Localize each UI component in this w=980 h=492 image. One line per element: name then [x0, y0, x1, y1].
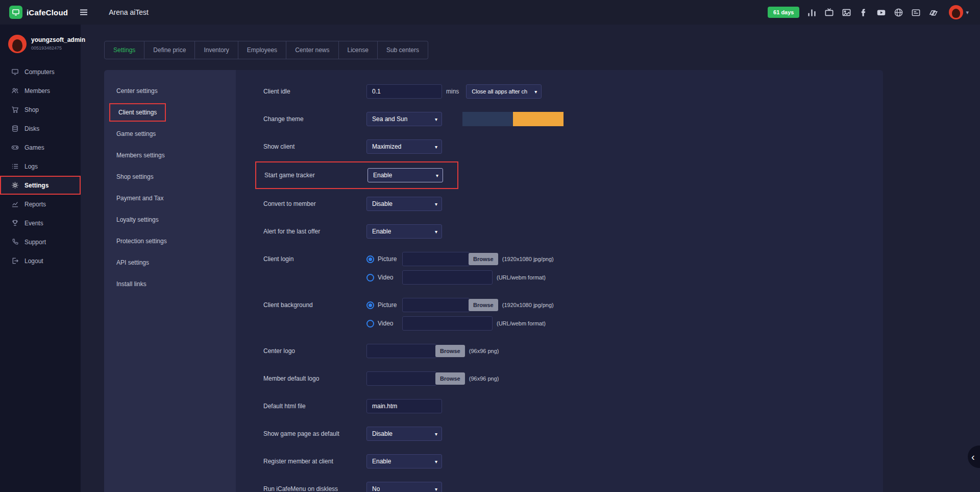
sidebar-item-reports[interactable]: Reports — [0, 195, 81, 214]
unit-label: mins — [446, 88, 459, 95]
client-background-video-input[interactable] — [402, 316, 493, 331]
sidebar-item-computers[interactable]: Computers — [0, 62, 81, 81]
run-icafemenu-select[interactable]: No ▾ — [366, 482, 442, 492]
client-background-picture-radio[interactable] — [366, 301, 374, 309]
avatar — [8, 35, 27, 53]
field-label: Default html file — [263, 403, 366, 410]
layers-icon[interactable] — [928, 8, 938, 17]
nav-install-links[interactable]: Install links — [104, 273, 236, 295]
default-html-file-input[interactable] — [366, 399, 442, 413]
client-background-picture-input[interactable] — [402, 298, 470, 312]
sidebar-item-logout[interactable]: Logout — [0, 251, 81, 270]
row-run-icafemenu: Run iCafeMenu on diskless No ▾ — [263, 482, 873, 492]
field-label: Convert to member — [263, 200, 366, 207]
center-logo-browse-button[interactable]: Browse — [435, 345, 465, 357]
user-avatar — [949, 5, 963, 19]
user-id: 005193482475 — [31, 45, 85, 51]
nav-payment-and-tax[interactable]: Payment and Tax — [104, 188, 236, 209]
hamburger-menu-icon[interactable] — [79, 8, 88, 17]
disks-icon — [11, 125, 19, 132]
tab-employees[interactable]: Employees — [238, 41, 286, 59]
row-client-idle: Client idle mins Close all apps after ch… — [263, 84, 873, 99]
gear-icon — [11, 181, 19, 189]
list-icon — [11, 162, 19, 170]
center-logo-input[interactable] — [366, 344, 436, 358]
main-content: Settings Define price Inventory Employee… — [81, 25, 980, 492]
client-idle-action-select[interactable]: Close all apps after ch ▾ — [466, 84, 542, 99]
tab-inventory[interactable]: Inventory — [195, 41, 238, 59]
tab-center-news[interactable]: Center news — [286, 41, 338, 59]
field-label: Client idle — [263, 88, 366, 95]
sidebar-item-support[interactable]: Support — [0, 232, 81, 251]
user-menu[interactable]: ▾ — [949, 5, 969, 19]
row-start-game-tracker-highlight: Start game tracker Enable ▾ — [255, 161, 458, 189]
sidebar-user: youngzsoft_admin 005193482475 — [0, 32, 81, 62]
sidebar-item-label: Support — [24, 239, 46, 246]
sidebar-item-events[interactable]: Events — [0, 214, 81, 232]
member-default-logo-input[interactable] — [366, 371, 436, 386]
client-login-video-radio[interactable] — [366, 274, 374, 282]
sidebar-item-settings[interactable]: Settings — [0, 176, 81, 195]
field-label: Show game page as default — [263, 430, 366, 437]
start-game-tracker-select[interactable]: Enable ▾ — [368, 168, 443, 182]
client-idle-input[interactable] — [366, 84, 442, 99]
client-background-video-radio[interactable] — [366, 320, 374, 327]
show-client-select[interactable]: Maximized ▾ — [366, 139, 442, 154]
alert-last-offer-select[interactable]: Enable ▾ — [366, 224, 442, 239]
nav-game-settings[interactable]: Game settings — [104, 123, 236, 145]
row-show-client: Show client Maximized ▾ — [263, 139, 873, 154]
monitor-icon — [11, 68, 19, 76]
nav-client-settings[interactable]: Client settings — [109, 103, 166, 122]
chevron-down-icon: ▾ — [435, 459, 437, 464]
license-card-icon[interactable] — [911, 8, 921, 17]
topbar: iCafeCloud Arena aiTest 61 days — [0, 0, 980, 25]
register-member-select[interactable]: Enable ▾ — [366, 454, 442, 468]
row-register-member: Register member at client Enable ▾ — [263, 454, 873, 468]
nav-api-settings[interactable]: API settings — [104, 252, 236, 273]
client-login-picture-browse-button[interactable]: Browse — [469, 253, 498, 265]
sidebar-item-label: Events — [24, 220, 43, 227]
tab-define-price[interactable]: Define price — [144, 41, 195, 59]
theme-preview — [462, 112, 564, 126]
license-days-badge[interactable]: 61 days — [768, 7, 799, 18]
field-label: Show client — [263, 143, 366, 150]
client-login-picture-radio[interactable] — [366, 255, 374, 263]
sidebar-item-logs[interactable]: Logs — [0, 157, 81, 176]
tab-settings[interactable]: Settings — [104, 41, 144, 59]
nav-loyalty-settings[interactable]: Loyalty settings — [104, 209, 236, 230]
chevron-left-icon: ‹ — [971, 451, 975, 463]
sidebar-item-members[interactable]: Members — [0, 81, 81, 100]
image-icon[interactable] — [842, 8, 851, 17]
theme-swatch-primary — [462, 112, 513, 126]
client-background-picture-browse-button[interactable]: Browse — [469, 299, 498, 311]
chevron-down-icon: ▾ — [435, 486, 437, 492]
nav-protection-settings[interactable]: Protection settings — [104, 230, 236, 252]
nav-shop-settings[interactable]: Shop settings — [104, 166, 236, 188]
client-settings-form: Client idle mins Close all apps after ch… — [236, 70, 883, 492]
change-theme-select[interactable]: Sea and Sun ▾ — [366, 112, 442, 126]
globe-icon[interactable] — [894, 8, 903, 17]
tab-license[interactable]: License — [339, 41, 378, 59]
tv-icon[interactable] — [824, 8, 834, 17]
nav-center-settings[interactable]: Center settings — [104, 80, 236, 102]
field-label: Client background — [263, 298, 366, 309]
sidebar-item-label: Computers — [24, 68, 55, 76]
tab-sub-centers[interactable]: Sub centers — [378, 41, 428, 59]
member-default-logo-browse-button[interactable]: Browse — [435, 372, 465, 385]
stats-icon[interactable] — [807, 8, 817, 17]
field-hint: (1920x1080 jpg/png) — [502, 256, 554, 262]
field-hint: (URL/webm format) — [497, 274, 546, 280]
sidebar-item-disks[interactable]: Disks — [0, 119, 81, 138]
show-game-page-select[interactable]: Disable ▾ — [366, 427, 442, 441]
field-label: Start game tracker — [264, 172, 368, 179]
youtube-icon[interactable] — [876, 8, 886, 17]
field-hint: (1920x1080 jpg/png) — [502, 302, 554, 308]
client-login-picture-input[interactable] — [402, 252, 470, 266]
convert-to-member-select[interactable]: Disable ▾ — [366, 197, 442, 211]
facebook-icon[interactable] — [859, 8, 869, 17]
client-login-video-input[interactable] — [402, 270, 493, 285]
nav-members-settings[interactable]: Members settings — [104, 145, 236, 166]
sidebar-item-games[interactable]: Games — [0, 138, 81, 157]
tab-bar: Settings Define price Inventory Employee… — [104, 41, 883, 59]
sidebar-item-shop[interactable]: Shop — [0, 100, 81, 119]
